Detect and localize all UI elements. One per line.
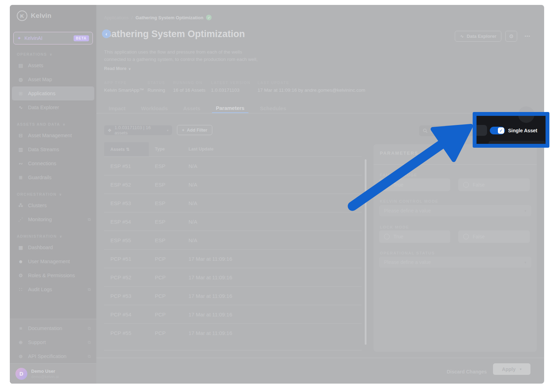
sidebar-item-monitoring[interactable]: ⋰ Monitoring ⧉ xyxy=(10,212,96,226)
sidebar-item-audit-logs[interactable]: ∷ Audit Logs ⧉ xyxy=(10,282,96,296)
column-header-type[interactable]: Type xyxy=(155,147,165,152)
chevron-down-icon: ∨ xyxy=(49,52,53,56)
table-row[interactable]: PCP #55 PCP 17 Mar at 11:09:16 xyxy=(104,323,362,342)
sidebar-item-user-management[interactable]: ☻ User Management xyxy=(10,254,96,268)
section-header-administration[interactable]: ADMINISTRATION ∨ xyxy=(10,233,96,240)
waveform-icon: ∿ xyxy=(460,34,464,39)
sidebar-item-kelvinai[interactable]: ✦ KelvinAI BETA xyxy=(13,32,93,44)
table-row[interactable]: PCP #53 PCP 17 Mar at 11:09:16 xyxy=(104,286,362,305)
version-filter-chip[interactable]: ❖ 1.0.03171103 | 16 assets ▾ xyxy=(104,125,172,135)
sidebar-item-dashboard[interactable]: ▦ Dashboard xyxy=(10,240,96,254)
sidebar-item-applications[interactable]: ⊞ Applications xyxy=(12,86,94,100)
assets-table-header: Assets ⇅ Type Last Update xyxy=(104,142,362,156)
cell-last-update: N/A xyxy=(189,182,197,188)
section-header-assets-and-data[interactable]: ASSETS AND DATA ∨ xyxy=(10,121,96,128)
cell-type: PCP xyxy=(155,256,166,262)
table-row[interactable]: PCP #52 PCP 17 Mar at 11:09:16 xyxy=(104,268,362,286)
sidebar-item-data-streams[interactable]: ▥ Data Streams xyxy=(10,142,96,156)
table-row[interactable]: PCP #54 PCP 17 Mar at 11:09:16 xyxy=(104,305,362,323)
cell-type: ESP xyxy=(155,182,165,188)
cell-asset: ESP #51 xyxy=(110,163,131,169)
sidebar-collapse-button[interactable]: ‹ xyxy=(102,29,111,38)
sidebar-item-connections[interactable]: ∾ Connections xyxy=(10,156,96,170)
cell-asset: ESP #52 xyxy=(110,182,131,188)
kelvin-control-mode-label: KELVIN CONTROL MODE xyxy=(380,199,438,203)
kelvin-logo[interactable]: K Kelvin xyxy=(10,5,96,27)
radio-icon xyxy=(463,234,469,239)
table-row[interactable]: ESP #55 ESP N/A xyxy=(104,231,362,249)
sidebar-item-label: Guardrails xyxy=(28,175,91,180)
cell-asset: PCP #54 xyxy=(110,312,131,317)
sidebar-item-roles-permissions[interactable]: ⚙ Roles & Permissions xyxy=(10,268,96,282)
operational-status-select[interactable]: Please define a value ▾ xyxy=(379,257,531,268)
meta-running-on: RUNNING ON 16 of 16 Assets xyxy=(173,80,211,93)
kelvin-control-mode-select[interactable]: Please define a value ▾ xyxy=(379,205,531,216)
user-management-icon: ☻ xyxy=(18,259,24,264)
sidebar-item-clusters[interactable]: ⁂ Clusters xyxy=(10,198,96,212)
asset-management-icon: ⊟ xyxy=(18,133,24,138)
sidebar-item-assets[interactable]: ▤ Assets xyxy=(10,58,96,72)
tab-assets[interactable]: Assets xyxy=(179,103,204,113)
sidebar-item-asset-map[interactable]: ◍ Asset Map xyxy=(10,72,96,86)
sidebar-item-label: Connections xyxy=(28,161,91,166)
radio-label: False xyxy=(473,234,485,239)
sidebar-item-support[interactable]: ⊕ Support ⧉ xyxy=(10,335,96,349)
cell-last-update: 17 Mar at 11:09:16 xyxy=(189,256,232,262)
tab-schedules[interactable]: Schedules xyxy=(256,103,290,113)
description-line-2: connected to a gathering system, to cont… xyxy=(104,56,258,63)
table-scrollbar[interactable] xyxy=(365,159,366,345)
apply-button[interactable]: Apply ▾ xyxy=(493,363,530,375)
tab-workloads[interactable]: Workloads xyxy=(137,103,171,113)
sidebar-item-data-explorer[interactable]: ∿ Data Explorer xyxy=(10,100,96,114)
section-header-operations[interactable]: OPERATIONS ∨ xyxy=(10,51,96,58)
column-header-assets[interactable]: Assets ⇅ xyxy=(110,147,130,152)
data-streams-icon: ▥ xyxy=(18,147,24,152)
search-input[interactable]: Search for xyxy=(419,125,481,136)
tab-parameters[interactable]: Parameters xyxy=(212,103,248,113)
select-placeholder: Please define a value xyxy=(384,259,431,265)
column-header-last-update[interactable]: Last Update xyxy=(189,147,214,152)
cell-type: PCP xyxy=(155,274,166,280)
meta-label: STATUS xyxy=(148,80,173,85)
chevron-down-icon: ▾ xyxy=(167,128,169,132)
sidebar-item-documentation[interactable]: ≡ Documentation ⧉ xyxy=(10,321,96,335)
user-profile[interactable]: D Demo User demo@kelvin.ai xyxy=(10,363,96,384)
cell-asset: PCP #53 xyxy=(110,293,131,299)
kelvin-app-window: K Kelvin ✦ KelvinAI BETA OPERATIONS ∨ ▤ … xyxy=(10,5,544,384)
tab-impact[interactable]: Impact xyxy=(105,103,129,113)
read-more-link[interactable]: Read More∨ xyxy=(104,66,131,71)
more-options-button[interactable]: ••• xyxy=(521,31,534,42)
cell-type: ESP xyxy=(155,163,165,169)
breadcrumb-applications[interactable]: Applications xyxy=(104,15,129,20)
section-header-orchestration[interactable]: ORCHESTRATION ∨ xyxy=(10,191,96,198)
discard-changes-button[interactable]: Discard Changes xyxy=(447,369,487,374)
settings-button[interactable]: ⚙ xyxy=(505,31,517,42)
sidebar-item-asset-management[interactable]: ⊟ Asset Management xyxy=(10,128,96,142)
radio-label: False xyxy=(473,182,485,188)
table-row[interactable]: PCP #51 PCP 17 Mar at 11:09:16 xyxy=(104,249,362,268)
add-filter-label: Add Filter xyxy=(187,128,207,133)
data-explorer-button-label: Data Explorer xyxy=(467,34,496,39)
table-row[interactable]: ESP #54 ESP N/A xyxy=(104,212,362,231)
sidebar-item-api-specification[interactable]: ⊚ API Specification ⧉ xyxy=(10,349,96,363)
data-explorer-button[interactable]: ∿ Data Explorer xyxy=(455,31,501,42)
lock-mode-false-option[interactable]: False xyxy=(458,230,530,243)
section-label: OPERATIONS xyxy=(17,52,47,56)
chevron-down-icon: ▾ xyxy=(525,209,526,213)
table-row[interactable]: ESP #53 ESP N/A xyxy=(104,194,362,212)
sidebar-item-guardrails[interactable]: ≣ Guardrails xyxy=(10,170,96,184)
cell-type: PCP xyxy=(155,293,166,299)
faulty-gauge-false-option[interactable]: False xyxy=(458,178,530,191)
lock-mode-true-option[interactable]: True xyxy=(379,230,450,243)
meta-label: APP TYPE xyxy=(104,80,148,85)
operational-status-label: OPERATIONAL STATUS xyxy=(380,251,435,255)
meta-value: Running xyxy=(148,88,173,93)
table-row[interactable]: ESP #51 ESP N/A xyxy=(104,156,362,175)
header-actions: ∿ Data Explorer ⚙ ••• xyxy=(455,31,534,42)
faulty-gauge-true-option[interactable]: True xyxy=(379,178,450,191)
add-filter-button[interactable]: + Add Filter xyxy=(177,125,212,135)
table-row[interactable]: ESP #52 ESP N/A xyxy=(104,175,362,194)
cell-last-update: 17 Mar at 11:09:16 xyxy=(189,312,232,317)
sidebar-footer: ≡ Documentation ⧉ ⊕ Support ⧉ ⊚ API Spec… xyxy=(10,319,96,384)
meta-status: STATUS Running xyxy=(148,80,173,93)
